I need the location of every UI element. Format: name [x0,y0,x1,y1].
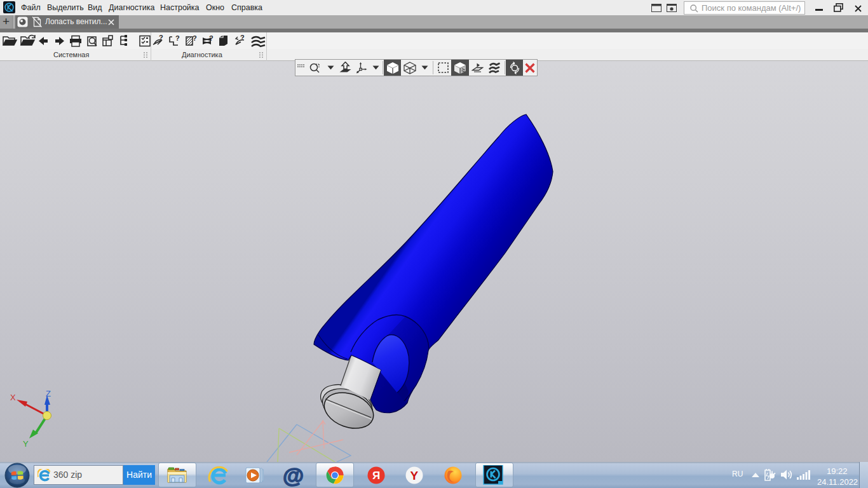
svg-text:?: ? [175,34,180,42]
svg-text:Z: Z [46,389,51,398]
svg-text:Я: Я [372,470,380,482]
svg-text:Y: Y [23,439,29,449]
svg-text:X: X [10,393,16,402]
svg-text:?: ? [159,34,163,41]
svg-text:?: ? [209,34,214,42]
svg-text:?: ? [193,34,197,42]
svg-text:?: ? [240,34,245,41]
svg-text:Y: Y [410,469,419,482]
